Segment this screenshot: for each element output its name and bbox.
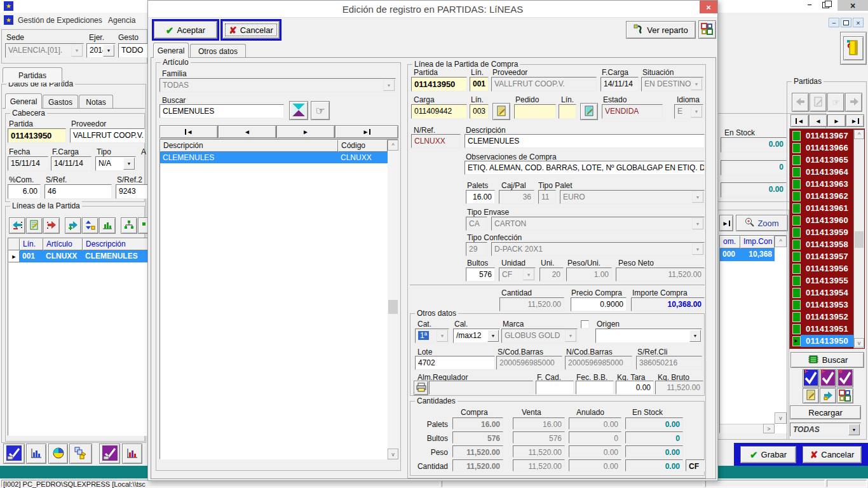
- search-exec-button[interactable]: [289, 101, 308, 120]
- zoom-button[interactable]: Zoom: [736, 215, 788, 231]
- modal-tab-otros[interactable]: Otros datos: [190, 44, 246, 58]
- list-item[interactable]: 011413957: [791, 250, 853, 262]
- print-marked-button[interactable]: [3, 444, 25, 464]
- partida-delete-button[interactable]: [792, 93, 809, 112]
- col-header-lin[interactable]: Lín.: [20, 238, 43, 250]
- line-edit-button[interactable]: [26, 217, 43, 234]
- list-scroll-track[interactable]: ^ v: [853, 130, 864, 348]
- cal-select[interactable]: /max12 ▼: [453, 329, 500, 343]
- line-tree-button[interactable]: [121, 217, 137, 234]
- list-item[interactable]: 011413951: [791, 323, 853, 335]
- pie-chart-button[interactable]: [48, 444, 68, 464]
- list-item[interactable]: 011413961: [791, 202, 853, 214]
- list-item[interactable]: 011413959: [791, 226, 853, 238]
- list-item[interactable]: 011413956: [791, 262, 853, 274]
- col-header-impcon[interactable]: Imp.Con: [740, 236, 775, 248]
- fecha-field[interactable]: 15/11/14: [8, 156, 48, 171]
- goto-pedido-button[interactable]: [580, 103, 598, 120]
- tipopalet-select[interactable]: EURO ▼: [560, 190, 705, 204]
- lote-field[interactable]: 4702: [415, 356, 495, 370]
- articulo-nav-next[interactable]: ►: [276, 125, 335, 139]
- pick-article-button[interactable]: ☞: [311, 101, 330, 120]
- familia-select[interactable]: TODAS ▼: [159, 78, 396, 92]
- sede-select[interactable]: VALENCIA.[01]. ▼: [5, 43, 84, 58]
- list-item[interactable]: 011413962: [791, 190, 853, 202]
- goto-carga-button[interactable]: [492, 103, 510, 120]
- reparto-grid-button[interactable]: [698, 20, 716, 39]
- scroll-down-button[interactable]: v: [775, 412, 787, 424]
- list-item[interactable]: 011413953: [791, 299, 853, 311]
- observaciones-field[interactable]: ETIQ. ALEMAN, COD. BARRAS, LOTE, Nº GLOB…: [465, 161, 705, 175]
- col-header-descripcion[interactable]: Descripción: [83, 238, 150, 250]
- facturar-purple-button[interactable]: F: [820, 369, 836, 388]
- palets-field[interactable]: 16.00: [466, 190, 495, 204]
- list-item[interactable]: 011413965: [791, 154, 853, 166]
- mdi-close-button[interactable]: ×: [853, 18, 864, 27]
- stats-chart-button[interactable]: [26, 444, 46, 464]
- tab-gastos[interactable]: Gastos: [43, 95, 78, 109]
- buscar-input[interactable]: CLEMENULES: [159, 104, 284, 118]
- notepad-yellow-button[interactable]: [803, 388, 819, 403]
- articulo-nav-prev[interactable]: ◄: [218, 125, 276, 139]
- idioma-select[interactable]: E ▼: [674, 104, 703, 119]
- list-item[interactable]: 011413955: [791, 274, 853, 287]
- exit-button[interactable]: [843, 36, 864, 60]
- proveedor-field[interactable]: VALLFRUT COOP.V.: [70, 128, 145, 143]
- mdi-restore-button[interactable]: [841, 18, 851, 27]
- ver-reparto-button[interactable]: Ver reparto: [626, 21, 696, 39]
- add-arrow-button[interactable]: [820, 388, 836, 403]
- tab-partidas[interactable]: Partidas: [3, 67, 62, 83]
- facturar-six-button[interactable]: 6: [837, 369, 853, 388]
- list-item[interactable]: 011413960: [791, 214, 853, 226]
- partidas-nav-first[interactable]: ◄: [790, 114, 809, 127]
- line-chart-button[interactable]: [99, 217, 116, 234]
- carga-field[interactable]: 011409442: [411, 104, 467, 119]
- list-item[interactable]: 011413958: [791, 238, 853, 250]
- list-item[interactable]: 011413967: [791, 130, 853, 142]
- bultos-field[interactable]: 576: [466, 268, 495, 281]
- line-insert-button[interactable]: [65, 217, 81, 234]
- scroll-right-button[interactable]: >: [763, 424, 775, 433]
- filter-select[interactable]: TODAS ▼: [790, 423, 861, 437]
- col-header-om[interactable]: om.: [720, 236, 740, 248]
- kgtara-field[interactable]: 0.00: [616, 381, 654, 395]
- cell-om[interactable]: 000: [720, 248, 740, 261]
- list-item[interactable]: 011413963: [791, 178, 853, 190]
- marca-select[interactable]: GLOBUS GOLD ▼: [501, 329, 578, 343]
- grid-scroll-down[interactable]: v: [388, 449, 398, 459]
- stats-chart2-button[interactable]: [122, 444, 142, 464]
- sref-field[interactable]: 46: [44, 184, 112, 199]
- linpedido-field[interactable]: [559, 104, 576, 119]
- partidas-nav-next[interactable]: ►: [827, 114, 846, 127]
- tipo-select[interactable]: N/A ▼: [95, 156, 136, 171]
- line-delete-button[interactable]: [9, 217, 25, 234]
- recargar-button[interactable]: Recargar: [790, 405, 861, 419]
- list-scroll-down[interactable]: v: [854, 338, 864, 348]
- grabar-button[interactable]: ✔ Grabar: [740, 446, 796, 463]
- squares-grid-button[interactable]: [837, 388, 853, 403]
- partida-select-button[interactable]: ☞: [827, 93, 844, 112]
- situacion-select[interactable]: EN DESTINO ▼: [641, 77, 703, 92]
- preciocompra-field[interactable]: 0.9000: [571, 297, 627, 311]
- unidad-select[interactable]: CF ▼: [499, 268, 536, 281]
- facturar-blue-button[interactable]: F: [803, 369, 819, 388]
- nav-last-fragment-button[interactable]: ►: [719, 215, 733, 231]
- list-item-selected[interactable]: ► 011413950: [791, 335, 853, 347]
- cell-lin[interactable]: 001: [20, 250, 43, 262]
- tipoconfeccion-select[interactable]: D-PACK 20X1 ▼: [491, 242, 705, 256]
- articulo-nav-last[interactable]: ►: [335, 125, 398, 139]
- cat-select[interactable]: 1ª ▼: [415, 329, 449, 343]
- mlin-field[interactable]: 001: [470, 77, 489, 92]
- lincarga-field[interactable]: 003: [470, 104, 489, 119]
- partida-field[interactable]: 011413950: [8, 128, 66, 143]
- cell-descripcion[interactable]: CLEMENULES: [160, 152, 338, 163]
- export-button[interactable]: [69, 444, 92, 464]
- origen-select[interactable]: ▼: [595, 329, 702, 343]
- tab-notas[interactable]: Notas: [79, 95, 113, 109]
- partida-add-button[interactable]: [845, 93, 862, 112]
- tab-general[interactable]: General: [5, 93, 42, 109]
- tipoenvase-select[interactable]: CARTON ▼: [491, 217, 705, 231]
- col-header-articulo[interactable]: Artículo: [43, 238, 83, 250]
- fecbb-field[interactable]: [576, 381, 614, 395]
- pctcom-field[interactable]: 6.00: [8, 184, 41, 199]
